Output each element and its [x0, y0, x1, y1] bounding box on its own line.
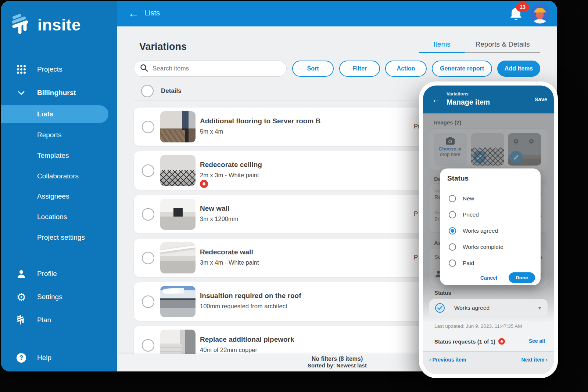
sidebar-item-projects[interactable]: Projects: [1, 61, 117, 77]
tab-items[interactable]: Items: [419, 40, 465, 48]
radio-option-new[interactable]: New: [449, 194, 533, 203]
grid-icon: [16, 64, 26, 75]
search-box: [134, 61, 287, 77]
person-icon: [16, 269, 26, 279]
brand-name: insite: [37, 16, 81, 34]
radio-option-priced[interactable]: Priced: [449, 210, 533, 219]
brand: insite: [10, 13, 81, 37]
search-icon: [140, 64, 148, 73]
insite-logo-icon: [10, 13, 32, 37]
radio-icon[interactable]: [449, 211, 456, 218]
sidebar-item-settings[interactable]: ⚙ Settings: [1, 289, 117, 305]
phone-breadcrumb: Variations: [447, 91, 469, 97]
phone-header: ← Variations Manage item Save: [423, 86, 554, 113]
status-requests: Status requests (1 of 1): [434, 338, 505, 345]
gear-icon: ⚙: [16, 292, 26, 302]
radio-icon[interactable]: [449, 195, 456, 202]
item-photo: [160, 155, 196, 186]
sidebar-item-reports[interactable]: Reports: [1, 127, 117, 143]
item-photo: [160, 286, 196, 317]
sidebar-item-locations[interactable]: Locations: [1, 209, 117, 225]
dialog-title: Status: [447, 174, 469, 182]
add-items-button[interactable]: Add items: [497, 61, 540, 77]
radio-icon[interactable]: [449, 259, 456, 267]
row-checkbox[interactable]: [142, 295, 154, 308]
search-input[interactable]: [153, 65, 274, 72]
generate-report-button[interactable]: Generate report: [432, 61, 492, 77]
sidebar-divider: [14, 339, 92, 339]
select-all-checkbox[interactable]: [141, 85, 154, 97]
previous-item-link[interactable]: ‹ Previous item: [429, 357, 466, 363]
page-title: Variations: [139, 41, 187, 52]
action-button[interactable]: Action: [385, 61, 427, 77]
dialog-divider: [440, 187, 541, 187]
row-checkbox[interactable]: [142, 339, 154, 352]
row-checkbox[interactable]: [142, 208, 154, 221]
sidebar-item-assignees[interactable]: Assignees: [1, 188, 117, 204]
sidebar-item-profile[interactable]: Profile: [1, 266, 117, 282]
sidebar-item-templates[interactable]: Templates: [1, 148, 117, 164]
phone-title: Manage item: [447, 98, 490, 106]
next-item-link[interactable]: Next item ›: [521, 357, 548, 363]
back-icon[interactable]: ←: [128, 7, 139, 19]
notification-badge: 13: [516, 2, 529, 12]
back-icon[interactable]: ←: [432, 94, 441, 105]
item-photo: [160, 111, 196, 142]
tab-reports-details[interactable]: Reports & Details: [465, 40, 540, 48]
last-updated: Last updated: Jun 9, 2023, 11:47:35 AM: [434, 323, 522, 329]
tab-active-underline: [419, 52, 465, 53]
status-dialog: Status New Priced Works agreed Works com…: [440, 168, 541, 285]
avatar[interactable]: [530, 4, 550, 23]
status-label: Status: [434, 290, 451, 296]
radio-option-paid[interactable]: Paid: [449, 259, 533, 268]
caret-down-icon: ▾: [538, 305, 541, 311]
cancel-button[interactable]: Cancel: [480, 275, 497, 281]
list-header: Details: [141, 85, 182, 97]
tab-underline: [465, 52, 540, 53]
status-text: P: [414, 210, 418, 218]
sidebar-item-help[interactable]: ? Help: [1, 350, 117, 366]
item-photo: [160, 199, 196, 230]
sidebar-item-project[interactable]: Billinghurst: [1, 85, 117, 101]
status-text: P: [414, 254, 418, 261]
radio-selected-icon[interactable]: [449, 227, 456, 235]
topbar: ← Lists 13: [117, 1, 557, 26]
filter-button[interactable]: Filter: [339, 61, 380, 77]
row-checkbox[interactable]: [142, 164, 154, 177]
row-checkbox[interactable]: [142, 252, 154, 264]
chevron-down-icon: [16, 88, 26, 98]
row-checkbox[interactable]: [142, 121, 154, 133]
radio-option-works-complete[interactable]: Works complete: [449, 243, 533, 251]
help-icon: ?: [16, 353, 26, 363]
plan-icon: [16, 315, 26, 325]
stage: insite Projects Billinghurst: [0, 0, 588, 392]
sidebar: insite Projects Billinghurst: [1, 1, 117, 371]
sidebar-divider: [14, 255, 92, 255]
sidebar-item-lists[interactable]: Lists: [1, 105, 108, 123]
radio-icon[interactable]: [449, 243, 456, 251]
sidebar-item-plan[interactable]: Plan: [1, 312, 117, 328]
radio-option-works-agreed[interactable]: Works agreed: [449, 226, 533, 235]
status-dropdown[interactable]: Works agreed ▾: [429, 299, 548, 317]
check-circle-icon: [435, 303, 445, 313]
status-value: Works agreed: [454, 305, 490, 311]
phone-mockup: Images (2) Choose or drop here: [419, 81, 558, 378]
sidebar-item-project-settings[interactable]: Project settings: [1, 229, 117, 246]
sidebar-item-collaborators[interactable]: Collaborators: [1, 168, 117, 184]
phone-footer: ‹ Previous item Next item ›: [423, 351, 554, 374]
topbar-title: Lists: [145, 9, 160, 17]
alert-bell-icon: [200, 180, 208, 188]
phone-screen: Images (2) Choose or drop here: [423, 86, 554, 374]
item-photo: [160, 242, 196, 273]
see-all-link[interactable]: See all: [529, 338, 545, 344]
done-button[interactable]: Done: [509, 272, 535, 283]
sort-button[interactable]: Sort: [292, 61, 334, 77]
save-button[interactable]: Save: [535, 97, 547, 102]
alert-bell-icon: [498, 338, 505, 345]
